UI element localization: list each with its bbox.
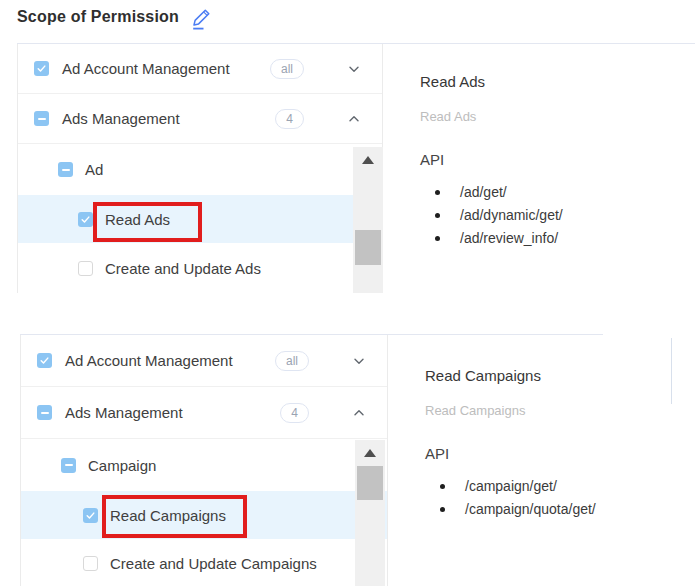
minus-icon [38, 118, 46, 120]
edit-icon[interactable] [190, 6, 214, 32]
page-title: Scope of Permission [17, 8, 179, 26]
group-label: Ad Account Management [62, 60, 230, 77]
api-list-item: /ad/get/ [420, 181, 682, 204]
node-row-ad[interactable]: Ad [18, 144, 382, 195]
check-icon [39, 355, 50, 366]
minus-icon [41, 412, 49, 414]
checkbox-checked[interactable] [37, 353, 52, 368]
checkbox-unchecked[interactable] [78, 261, 93, 276]
minus-icon [62, 169, 70, 171]
node-label: Read Ads [105, 211, 170, 228]
api-section-label: API [420, 151, 682, 168]
api-list: /ad/get/ /ad/dynamic/get/ /ad/review_inf… [420, 181, 682, 250]
permission-panel-campaigns: Ad Account Management all Ads Management… [20, 334, 680, 586]
scrollbar-thumb[interactable] [355, 230, 381, 265]
scrollbar[interactable] [353, 147, 383, 293]
scrollbar-up-icon[interactable] [362, 156, 374, 164]
node-label: Ad [85, 161, 103, 178]
pencil-icon [190, 6, 214, 32]
permission-tree: Ad Account Management all Ads Management… [20, 335, 388, 586]
count-badge: 4 [280, 403, 309, 423]
count-badge: 4 [275, 109, 304, 129]
checkbox-checked[interactable] [34, 61, 49, 76]
api-section-label: API [425, 445, 687, 462]
count-badge: all [275, 351, 309, 371]
check-icon [36, 63, 47, 74]
node-label: Create and Update Campaigns [110, 555, 317, 572]
detail-title: Read Ads [420, 73, 682, 90]
checkbox-checked[interactable] [83, 508, 98, 523]
api-list-item: /ad/dynamic/get/ [420, 204, 682, 227]
group-row-ad-account-management[interactable]: Ad Account Management all [18, 44, 382, 94]
permission-panel-ads: Ad Account Management all Ads Management… [17, 43, 695, 293]
chevron-up-icon[interactable] [353, 407, 365, 419]
group-row-ads-management[interactable]: Ads Management 4 [21, 387, 387, 439]
tree-scroll-area: Campaign Read Campaigns Create and Updat… [21, 439, 387, 586]
node-row-read-ads[interactable]: Read Ads [18, 195, 382, 243]
chevron-down-icon[interactable] [353, 355, 365, 367]
checkbox-unchecked[interactable] [83, 556, 98, 571]
detail-title: Read Campaigns [425, 367, 687, 384]
api-list-item: /ad/review_info/ [420, 227, 682, 250]
node-label: Campaign [88, 457, 156, 474]
api-list-item: /campaign/quota/get/ [425, 498, 687, 521]
checkbox-indeterminate[interactable] [37, 405, 52, 420]
node-row-read-campaigns[interactable]: Read Campaigns [21, 491, 387, 539]
permission-detail: Read Ads Read Ads API /ad/get/ /ad/dynam… [420, 73, 682, 250]
node-row-campaign[interactable]: Campaign [21, 439, 387, 491]
checkbox-indeterminate[interactable] [61, 458, 76, 473]
group-label: Ad Account Management [65, 352, 233, 369]
node-row-create-update-ads[interactable]: Create and Update Ads [18, 243, 382, 293]
node-row-create-update-campaigns[interactable]: Create and Update Campaigns [21, 539, 387, 586]
node-label: Read Campaigns [110, 507, 226, 524]
permission-tree: Ad Account Management all Ads Management… [17, 44, 383, 293]
chevron-up-icon[interactable] [348, 113, 360, 125]
detail-subtitle: Read Campaigns [425, 403, 687, 418]
group-row-ads-management[interactable]: Ads Management 4 [18, 94, 382, 144]
check-icon [85, 510, 96, 521]
tree-scroll-area: Ad Read Ads Create and Update Ads [18, 144, 382, 293]
scrollbar-up-icon[interactable] [364, 449, 376, 457]
minus-icon [65, 464, 73, 466]
checkbox-checked[interactable] [78, 212, 93, 227]
group-label: Ads Management [65, 404, 183, 421]
scrollbar[interactable] [355, 440, 385, 586]
api-list: /campaign/get/ /campaign/quota/get/ [425, 475, 687, 521]
detail-subtitle: Read Ads [420, 109, 682, 124]
permission-detail: Read Campaigns Read Campaigns API /campa… [425, 367, 687, 521]
group-label: Ads Management [62, 110, 180, 127]
detail-pane-right-border [671, 338, 672, 404]
count-badge: all [270, 59, 304, 79]
group-row-ad-account-management[interactable]: Ad Account Management all [21, 335, 387, 387]
chevron-down-icon[interactable] [348, 63, 360, 75]
scrollbar-thumb[interactable] [357, 466, 383, 500]
node-label: Create and Update Ads [105, 260, 261, 277]
api-list-item: /campaign/get/ [425, 475, 687, 498]
checkbox-indeterminate[interactable] [34, 111, 49, 126]
check-icon [80, 214, 91, 225]
checkbox-indeterminate[interactable] [58, 162, 73, 177]
scope-of-permission-page: Scope of Permission Ad Account Managemen… [0, 0, 700, 586]
